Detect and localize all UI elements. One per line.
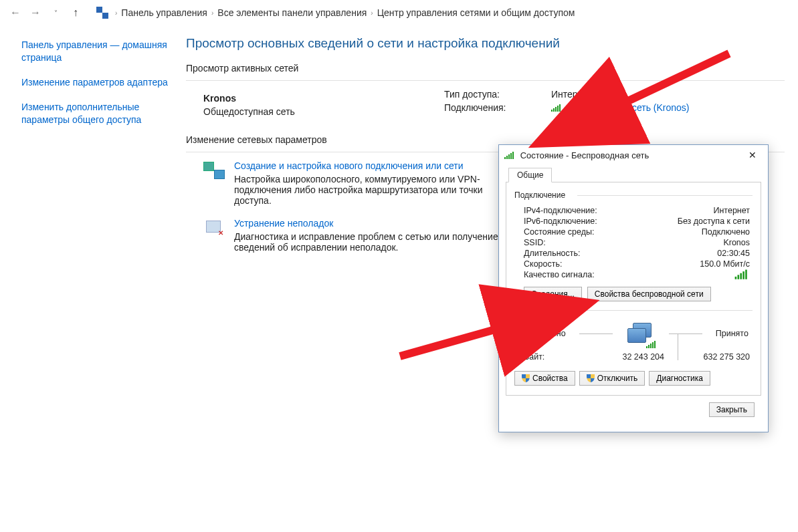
connection-link[interactable]: Беспроводная сеть (Kronos) xyxy=(567,102,690,113)
disconnect-button[interactable]: Отключить xyxy=(579,371,645,386)
dialog-titlebar[interactable]: Состояние - Беспроводная сеть ✕ xyxy=(499,145,768,165)
diagnose-button[interactable]: Диагностика xyxy=(649,371,710,386)
sidebar-link-sharing[interactable]: Изменить дополнительные параметры общего… xyxy=(21,101,173,126)
disconnect-button-label: Отключить xyxy=(597,374,638,383)
duration-value: 02:30:45 xyxy=(717,249,750,258)
action-diag-title[interactable]: Устранение неполадок xyxy=(234,218,502,229)
tab-panel-general: Подключение IPv4-подключение:Интернет IP… xyxy=(506,182,761,396)
close-dialog-button[interactable]: Закрыть xyxy=(709,402,755,417)
properties-button[interactable]: Свойства xyxy=(514,371,575,386)
chevron-right-icon: › xyxy=(371,9,373,17)
shield-icon xyxy=(587,374,595,382)
close-button[interactable]: ✕ xyxy=(742,147,763,163)
breadcrumb-seg-2[interactable]: Все элементы панели управления xyxy=(217,7,367,18)
ssid-value: Kronos xyxy=(723,238,750,247)
shield-icon xyxy=(522,374,530,382)
access-type-value: Интернет xyxy=(551,89,690,100)
wifi-signal-icon xyxy=(504,151,515,159)
sidebar-link-adapter[interactable]: Изменение параметров адаптера xyxy=(21,76,173,89)
network-name: Kronos xyxy=(203,93,444,104)
action-new-desc: Настройка широкополосного, коммутируемог… xyxy=(234,174,502,206)
activity-line xyxy=(669,334,702,334)
recent-dropdown[interactable]: ˅ xyxy=(47,4,64,21)
up-button[interactable]: ↑ xyxy=(67,4,84,21)
ssid-label: SSID: xyxy=(524,238,546,247)
new-connection-icon xyxy=(203,160,225,179)
activity-graphic: Отправлено Принято xyxy=(514,321,753,346)
active-networks-label: Просмотр активных сетей xyxy=(186,63,785,74)
troubleshoot-icon xyxy=(203,218,225,237)
wifi-signal-icon xyxy=(735,269,749,279)
wireless-properties-button[interactable]: Свойства беспроводной сети xyxy=(587,287,711,301)
speed-label: Скорость: xyxy=(524,259,562,269)
tab-general[interactable]: Общие xyxy=(508,168,552,182)
divider xyxy=(186,80,785,81)
back-button[interactable]: ← xyxy=(7,4,24,21)
breadcrumb-seg-1[interactable]: Панель управления xyxy=(121,7,207,18)
bytes-row: Байт: 32 243 204 632 275 320 xyxy=(514,352,753,362)
forward-button: → xyxy=(27,4,44,21)
bytes-divider xyxy=(664,352,691,362)
ipv6-value: Без доступа к сети xyxy=(678,217,750,226)
signal-quality-label: Качество сигнала: xyxy=(524,270,595,279)
group-connection-label: Подключение xyxy=(514,190,753,200)
control-panel-icon xyxy=(96,7,108,19)
computers-icon xyxy=(626,321,656,346)
breadcrumb-seg-3[interactable]: Центр управления сетями и общим доступом xyxy=(377,7,575,18)
connections-label: Подключения: xyxy=(444,102,551,113)
wifi-signal-icon xyxy=(551,104,562,112)
page-title: Просмотр основных сведений о сети и наст… xyxy=(186,36,785,51)
dialog-title-text: Состояние - Беспроводная сеть xyxy=(520,150,650,160)
active-network-row: Kronos Общедоступная сеть Тип доступа: И… xyxy=(203,89,785,117)
action-diag-desc: Диагностика и исправление проблем с сеть… xyxy=(234,231,502,253)
media-label: Состояние среды: xyxy=(524,227,594,237)
bytes-received: 632 275 320 xyxy=(691,352,750,362)
bytes-label: Байт: xyxy=(524,352,584,362)
details-button[interactable]: Сведения... xyxy=(524,287,582,301)
sidebar-link-home[interactable]: Панель управления — домашняя страница xyxy=(21,39,173,64)
speed-value: 150.0 Мбит/с xyxy=(700,259,750,269)
wifi-signal-icon xyxy=(646,340,657,348)
status-dialog: Состояние - Беспроводная сеть ✕ Общие По… xyxy=(498,144,769,432)
address-bar: ← → ˅ ↑ › Панель управления › Все элемен… xyxy=(0,0,798,25)
properties-button-label: Свойства xyxy=(532,374,568,383)
network-type: Общедоступная сеть xyxy=(203,106,444,117)
received-label: Принято xyxy=(716,329,749,338)
ipv4-label: IPv4-подключение: xyxy=(524,206,597,215)
change-params-label: Изменение сетевых параметров xyxy=(186,134,785,145)
access-type-label: Тип доступа: xyxy=(444,89,551,100)
chevron-right-icon: › xyxy=(211,9,213,17)
media-value: Подключено xyxy=(702,227,750,237)
sent-label: Отправлено xyxy=(518,329,566,338)
ipv4-value: Интернет xyxy=(713,206,750,215)
breadcrumb[interactable]: › Панель управления › Все элементы панел… xyxy=(115,7,575,18)
group-activity-label: Активность xyxy=(514,305,753,315)
ipv6-label: IPv6-подключение: xyxy=(524,217,597,226)
action-new-title[interactable]: Создание и настройка нового подключения … xyxy=(234,160,502,171)
chevron-right-icon: › xyxy=(115,9,117,17)
bytes-sent: 32 243 204 xyxy=(584,352,664,362)
activity-line xyxy=(579,334,613,334)
duration-label: Длительность: xyxy=(524,249,581,258)
sidebar: Панель управления — домашняя страница Из… xyxy=(0,25,181,532)
